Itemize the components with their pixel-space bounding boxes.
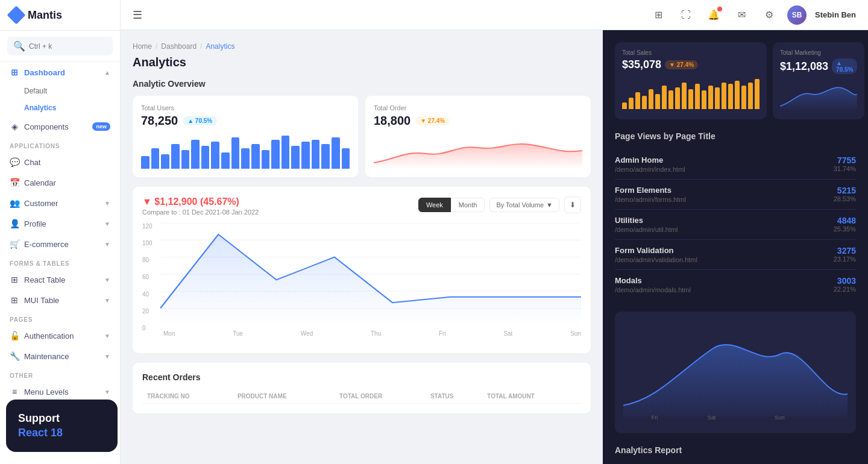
other-section-label: Other bbox=[0, 366, 120, 381]
bar bbox=[141, 156, 149, 169]
dark-chart-svg: Fri Sat Sun bbox=[623, 320, 848, 422]
sidebar-item-menu-levels[interactable]: ≡ Menu Levels ▼ bbox=[0, 381, 120, 402]
fullscreen-icon[interactable]: ⛶ bbox=[676, 5, 696, 25]
week-month-toggle: Week Month bbox=[418, 198, 485, 212]
total-order-value: 18,800 ▼ 27.4% bbox=[374, 114, 582, 128]
chart-y-labels: 120 100 80 60 40 20 0 bbox=[142, 223, 160, 331]
total-order-chart bbox=[374, 133, 582, 169]
breadcrumb-dashboard[interactable]: Dashboard bbox=[161, 42, 197, 51]
sidebar-item-customer[interactable]: 👥 Customer ▼ bbox=[0, 193, 120, 213]
page-view-url: /demo/admin/forms.html bbox=[615, 196, 834, 203]
svg-text:Sun: Sun bbox=[775, 415, 785, 421]
bell-icon[interactable]: 🔔 bbox=[704, 5, 723, 25]
bar bbox=[291, 146, 300, 169]
bar bbox=[682, 83, 687, 109]
page-views-list: Admin Home /demo/admin/index.html 7755 3… bbox=[615, 149, 856, 299]
chart-x-labels: Mon Tue Wed Thu Fri Sat Sun bbox=[142, 330, 581, 337]
mui-table-icon: ⊞ bbox=[10, 295, 19, 305]
bar bbox=[211, 142, 219, 169]
sidebar-item-calendar[interactable]: 📅 Calendar bbox=[0, 172, 120, 193]
breadcrumb-home[interactable]: Home bbox=[133, 42, 152, 51]
page-view-item: Utilities /demo/admin/util.html 4848 25.… bbox=[615, 210, 856, 240]
recent-orders-title: Recent Orders bbox=[142, 372, 581, 382]
week-btn[interactable]: Week bbox=[418, 198, 451, 212]
sidebar-item-maintenance[interactable]: 🔧 Maintenance ▼ bbox=[0, 346, 120, 366]
bar bbox=[231, 137, 240, 169]
customer-icon: 👥 bbox=[10, 198, 19, 208]
sidebar-item-react-table[interactable]: ⊞ React Table ▼ bbox=[0, 269, 120, 290]
total-users-value: 78,250 ▲ 70.5% bbox=[141, 114, 350, 128]
sidebar-item-chat[interactable]: 💬 Chat bbox=[0, 152, 120, 172]
settings-icon[interactable]: ⚙ bbox=[760, 5, 779, 25]
bar bbox=[635, 92, 640, 109]
breadcrumb-current: Analytics bbox=[206, 42, 234, 51]
bar bbox=[649, 89, 653, 109]
col-total-amount: TOTAL AMOUNT bbox=[482, 389, 581, 404]
bar bbox=[281, 136, 290, 169]
support-popup[interactable]: Support React 18 bbox=[6, 400, 118, 452]
page-view-pct: 23.17% bbox=[834, 256, 856, 263]
page-view-pct: 31.74% bbox=[834, 165, 856, 172]
user-name[interactable]: Stebin Ben bbox=[815, 10, 856, 19]
chevron-down-icon-maint: ▼ bbox=[104, 353, 110, 360]
bar bbox=[688, 89, 693, 109]
chat-icon: 💬 bbox=[10, 157, 19, 167]
bar bbox=[642, 96, 647, 109]
mail-icon[interactable]: ✉ bbox=[732, 5, 751, 25]
page-view-title: Modals bbox=[615, 276, 834, 285]
marketing-area-svg bbox=[780, 79, 857, 112]
avatar[interactable]: SB bbox=[787, 5, 807, 25]
total-sales-value: $35,078 ▼ 27.4% bbox=[622, 58, 760, 71]
dashboard-icon: ⊞ bbox=[10, 67, 19, 77]
sidebar-subitem-default[interactable]: Default bbox=[0, 83, 120, 99]
order-area-svg bbox=[374, 133, 582, 169]
chevron-down-icon-rt: ▼ bbox=[104, 277, 110, 283]
volume-select[interactable]: By Total Volume ▼ bbox=[489, 198, 559, 212]
support-popup-text: Support React 18 bbox=[18, 412, 105, 440]
svg-text:Sat: Sat bbox=[708, 415, 716, 421]
sidebar-item-profile[interactable]: 👤 Profile ▼ bbox=[0, 213, 120, 234]
col-total-order: TOTAL ORDER bbox=[335, 389, 426, 404]
total-marketing-value: $1,12,083 ▲ 70.5% bbox=[780, 58, 857, 74]
month-btn[interactable]: Month bbox=[451, 198, 485, 212]
chevron-select-icon: ▼ bbox=[546, 201, 553, 208]
page-views-title: Page Views by Page Title bbox=[615, 131, 856, 141]
search-input[interactable] bbox=[29, 42, 107, 51]
applications-section-label: Applications bbox=[0, 137, 120, 152]
components-badge: new bbox=[92, 122, 110, 131]
page-view-count: 7755 bbox=[834, 155, 856, 165]
left-panel: Home / Dashboard / Analytics Analytics A… bbox=[121, 30, 603, 464]
bar bbox=[321, 144, 330, 169]
page-view-title: Admin Home bbox=[615, 155, 834, 165]
total-users-badge: ▲ 70.5% bbox=[183, 116, 217, 125]
sidebar-item-ecommerce[interactable]: 🛒 E-commerce ▼ bbox=[0, 234, 120, 254]
search-box[interactable]: 🔍 bbox=[7, 37, 113, 55]
download-btn[interactable]: ⬇ bbox=[564, 196, 581, 213]
sidebar-item-authentication[interactable]: 🔓 Authentication ▼ bbox=[0, 325, 120, 346]
page-view-item: Form Elements /demo/admin/forms.html 521… bbox=[615, 180, 856, 210]
page-view-title: Form Validation bbox=[615, 246, 834, 255]
page-view-item: Modals /demo/admin/modals.html 3003 22.2… bbox=[615, 270, 856, 299]
sidebar: Mantis 🔍 ⊞ Dashboard ▲ Default Analytics… bbox=[0, 0, 121, 464]
sidebar-item-components[interactable]: ◈ Components new bbox=[0, 116, 120, 137]
bar bbox=[629, 98, 634, 109]
bar bbox=[201, 146, 210, 169]
total-marketing-badge: ▲ 70.5% bbox=[832, 58, 857, 74]
hamburger-icon[interactable]: ☰ bbox=[133, 8, 142, 22]
bar bbox=[668, 90, 673, 109]
income-compare: Compare to : 01 Dec 2021-08 Jan 2022 bbox=[142, 208, 259, 216]
apps-icon[interactable]: ⊞ bbox=[649, 5, 668, 25]
bar bbox=[191, 140, 200, 169]
chevron-down-icon-ecom: ▼ bbox=[104, 241, 110, 248]
bar bbox=[301, 142, 310, 169]
chevron-down-icon-ml: ▼ bbox=[104, 389, 110, 395]
page-view-title: Form Elements bbox=[615, 186, 834, 195]
bar bbox=[715, 87, 720, 109]
notification-badge bbox=[717, 7, 722, 11]
sidebar-item-dashboard[interactable]: ⊞ Dashboard ▲ bbox=[0, 62, 120, 83]
chevron-down-icon-auth: ▼ bbox=[104, 333, 110, 339]
sidebar-subitem-analytics[interactable]: Analytics bbox=[0, 99, 120, 116]
topbar-left: ☰ bbox=[133, 8, 142, 22]
sidebar-item-mui-table[interactable]: ⊞ MUI Table ▼ bbox=[0, 290, 120, 310]
main-area: ☰ ⊞ ⛶ 🔔 ✉ ⚙ SB Stebin Ben Home / Dashboa… bbox=[121, 0, 868, 464]
